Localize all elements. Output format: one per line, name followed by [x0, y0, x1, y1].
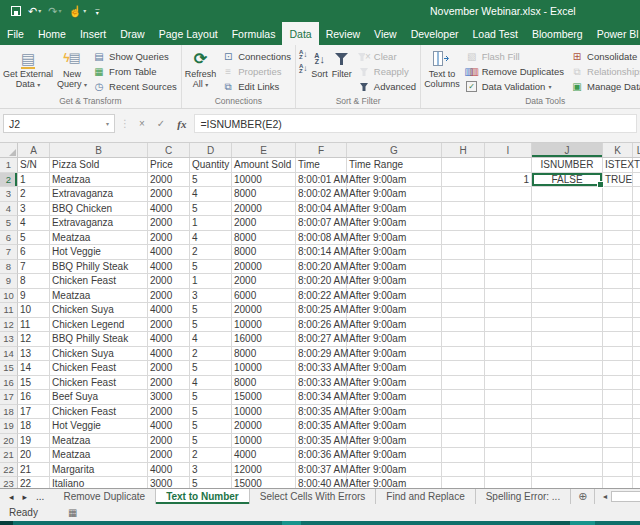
select-all-corner[interactable] — [0, 143, 18, 157]
cell-B20[interactable]: Meatzaa — [50, 434, 148, 449]
reapply-filter-button[interactable]: Reapply — [354, 64, 419, 79]
cell-K21[interactable] — [603, 448, 633, 463]
cell-F11[interactable]: 8:00:25 AM — [296, 303, 347, 318]
column-header-F[interactable]: F — [296, 143, 347, 157]
cell-E2[interactable]: 10000 — [232, 173, 296, 188]
cell-B5[interactable]: Extravaganza — [50, 216, 148, 231]
cell-E14[interactable]: 8000 — [232, 347, 296, 362]
cell-E15[interactable]: 10000 — [232, 361, 296, 376]
cell-I8[interactable] — [485, 260, 532, 275]
cell-K14[interactable] — [603, 347, 633, 362]
cell-G7[interactable]: After 9:00am — [347, 245, 442, 260]
advanced-filter-button[interactable]: Advanced — [354, 79, 419, 94]
cell-C9[interactable]: 2000 — [148, 274, 190, 289]
cell-C11[interactable]: 4000 — [148, 303, 190, 318]
column-header-H[interactable]: H — [442, 143, 485, 157]
cell-H7[interactable] — [442, 245, 485, 260]
cell-K23[interactable] — [603, 477, 633, 488]
cell-I21[interactable] — [485, 448, 532, 463]
recent-sources-button[interactable]: ◷Recent Sources — [89, 79, 180, 94]
cell-E21[interactable]: 4000 — [232, 448, 296, 463]
cell-F17[interactable]: 8:00:34 AM — [296, 390, 347, 405]
cell-I6[interactable] — [485, 231, 532, 246]
cell-C6[interactable]: 2000 — [148, 231, 190, 246]
tab-formulas[interactable]: Formulas — [225, 22, 283, 45]
row-header-7[interactable]: 7 — [0, 245, 18, 260]
cell-E23[interactable]: 15000 — [232, 477, 296, 488]
cell-C16[interactable]: 2000 — [148, 376, 190, 391]
cell-K19[interactable] — [603, 419, 633, 434]
cell-I1[interactable] — [485, 158, 532, 173]
row-header-19[interactable]: 19 — [0, 419, 18, 434]
sheet-nav-right-icon[interactable]: ▸ — [23, 492, 28, 502]
cell-G21[interactable]: After 9:00am — [347, 448, 442, 463]
cell-B19[interactable]: Hot Veggie — [50, 419, 148, 434]
cell-D21[interactable]: 2 — [190, 448, 232, 463]
cell-I4[interactable] — [485, 202, 532, 217]
cell-J2[interactable]: FALSE — [532, 173, 603, 188]
cell-A6[interactable]: 5 — [18, 231, 50, 246]
cell-I14[interactable] — [485, 347, 532, 362]
cell-F12[interactable]: 8:00:26 AM — [296, 318, 347, 333]
cell-L6[interactable] — [633, 231, 640, 246]
cell-F10[interactable]: 8:00:22 AM — [296, 289, 347, 304]
cell-D16[interactable]: 4 — [190, 376, 232, 391]
cell-J10[interactable] — [532, 289, 603, 304]
cell-E16[interactable]: 8000 — [232, 376, 296, 391]
row-header-23[interactable]: 23 — [0, 477, 18, 488]
cell-F5[interactable]: 8:00:07 AM — [296, 216, 347, 231]
cell-H9[interactable] — [442, 274, 485, 289]
cell-A21[interactable]: 20 — [18, 448, 50, 463]
cell-D13[interactable]: 4 — [190, 332, 232, 347]
cell-C13[interactable]: 4000 — [148, 332, 190, 347]
save-button[interactable] — [9, 6, 23, 16]
cell-I22[interactable] — [485, 463, 532, 478]
cell-F21[interactable]: 8:00:36 AM — [296, 448, 347, 463]
cell-J7[interactable] — [532, 245, 603, 260]
cell-G12[interactable]: After 9:00am — [347, 318, 442, 333]
cell-A19[interactable]: 18 — [18, 419, 50, 434]
cell-K1[interactable]: ISTEXT — [603, 158, 633, 173]
cell-I3[interactable] — [485, 187, 532, 202]
cell-D5[interactable]: 1 — [190, 216, 232, 231]
cell-L16[interactable] — [633, 376, 640, 391]
row-header-3[interactable]: 3 — [0, 187, 18, 202]
cell-C21[interactable]: 2000 — [148, 448, 190, 463]
cell-G18[interactable]: After 9:00am — [347, 405, 442, 420]
cell-L13[interactable] — [633, 332, 640, 347]
cell-B4[interactable]: BBQ Chicken — [50, 202, 148, 217]
cell-J8[interactable] — [532, 260, 603, 275]
cell-L8[interactable] — [633, 260, 640, 275]
cell-D19[interactable]: 5 — [190, 419, 232, 434]
cell-K6[interactable] — [603, 231, 633, 246]
cell-E1[interactable]: Amount Sold — [232, 158, 296, 173]
cell-K12[interactable] — [603, 318, 633, 333]
add-sheet-button[interactable]: ⊕ — [571, 489, 594, 504]
cell-F20[interactable]: 8:00:35 AM — [296, 434, 347, 449]
cell-K13[interactable] — [603, 332, 633, 347]
cell-C22[interactable]: 4000 — [148, 463, 190, 478]
cell-H16[interactable] — [442, 376, 485, 391]
column-header-G[interactable]: G — [347, 143, 442, 157]
cell-I12[interactable] — [485, 318, 532, 333]
clear-filter-button[interactable]: ×Clear — [354, 49, 419, 64]
sheet-nav-left-icon[interactable]: ◂ — [9, 492, 14, 502]
cell-G1[interactable]: Time Range — [347, 158, 442, 173]
cell-K3[interactable] — [603, 187, 633, 202]
cell-I23[interactable] — [485, 477, 532, 488]
cell-D17[interactable]: 5 — [190, 390, 232, 405]
cell-K5[interactable] — [603, 216, 633, 231]
cell-C2[interactable]: 2000 — [148, 173, 190, 188]
cell-G16[interactable]: After 9:00am — [347, 376, 442, 391]
cell-C4[interactable]: 4000 — [148, 202, 190, 217]
name-box[interactable]: J2 ▾ — [3, 114, 115, 133]
cell-A10[interactable]: 9 — [18, 289, 50, 304]
cell-A7[interactable]: 6 — [18, 245, 50, 260]
cell-E22[interactable]: 12000 — [232, 463, 296, 478]
cell-J6[interactable] — [532, 231, 603, 246]
cell-K9[interactable] — [603, 274, 633, 289]
cell-G14[interactable]: After 9:00am — [347, 347, 442, 362]
cell-D6[interactable]: 4 — [190, 231, 232, 246]
cell-E17[interactable]: 15000 — [232, 390, 296, 405]
cell-H6[interactable] — [442, 231, 485, 246]
